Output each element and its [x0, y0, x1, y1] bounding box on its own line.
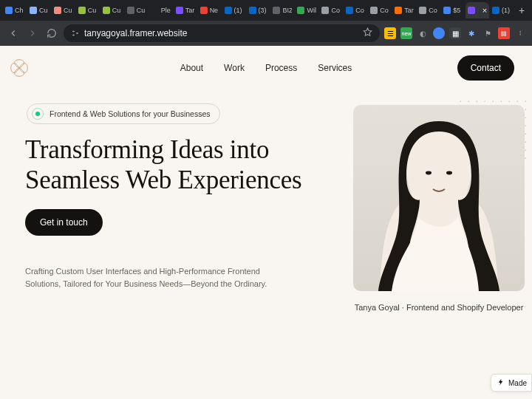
tab-label: Ne: [210, 7, 219, 14]
ext-icon[interactable]: ▤: [498, 27, 510, 39]
badge-text: Frontend & Web Solutions for your Busine…: [50, 109, 211, 118]
browser-tab[interactable]: Co: [344, 2, 367, 18]
browser-tab[interactable]: BIZ: [270, 2, 294, 18]
svg-point-3: [426, 171, 432, 175]
browser-tab[interactable]: Cu: [100, 2, 124, 18]
close-icon[interactable]: ×: [482, 6, 487, 15]
favicon-icon: [370, 7, 378, 14]
tab-label: Co: [355, 7, 365, 14]
tab-label: BIZ: [282, 7, 292, 14]
browser-tab[interactable]: (3): [247, 2, 270, 18]
browser-tab-strip: ChCuCuCuCuCuPleTarNe(1)(3)BIZWilCoCoCoTa…: [0, 0, 532, 21]
tab-label: Ple: [161, 7, 171, 14]
browser-tab[interactable]: Co: [417, 2, 440, 18]
ext-icon[interactable]: ✱: [466, 27, 477, 39]
ext-icon[interactable]: ◐: [417, 27, 429, 39]
nav-services[interactable]: Services: [318, 63, 352, 73]
made-with-badge[interactable]: Made: [491, 374, 532, 392]
portrait-image: [353, 105, 525, 291]
favicon-icon: [419, 7, 426, 14]
ext-icon[interactable]: ⚑: [482, 27, 494, 39]
extension-icons: ☰ new ◐ ▦ ✱ ⚑ ▤ ፧: [384, 27, 526, 39]
favicon-icon: [468, 7, 475, 14]
browser-tab[interactable]: Cu: [76, 2, 100, 18]
contact-button-label: Contact: [471, 63, 501, 73]
site-header: About Work Process Services Contact: [0, 46, 532, 90]
browser-tab[interactable]: Co: [319, 2, 343, 18]
favicon-icon: [297, 7, 304, 14]
ext-icon[interactable]: [433, 27, 445, 39]
browser-tab[interactable]: Wil: [295, 2, 318, 18]
favicon-icon: [54, 7, 61, 14]
tab-label: (1): [502, 7, 511, 14]
favicon-icon: [249, 7, 256, 14]
favicon-icon: [127, 7, 134, 14]
browser-tab[interactable]: Cu: [27, 2, 51, 18]
back-icon[interactable]: [6, 26, 21, 41]
hero-section: Frontend & Web Solutions for your Busine…: [0, 90, 532, 312]
favicon-icon: [151, 7, 159, 14]
browser-tab[interactable]: (1): [222, 2, 246, 18]
browser-tab[interactable]: ×: [466, 2, 489, 18]
browser-tab[interactable]: Tar: [392, 2, 416, 18]
forward-icon[interactable]: [25, 26, 40, 41]
tab-label: Cu: [39, 7, 49, 14]
ext-icon[interactable]: ፧: [514, 27, 526, 39]
favicon-icon: [492, 7, 499, 14]
get-in-touch-button[interactable]: Get in touch: [25, 209, 103, 236]
tab-label: Co: [380, 7, 389, 14]
nav-process[interactable]: Process: [265, 63, 297, 73]
hero-headline: Transforming Ideas into Seamless Web Exp…: [25, 134, 338, 196]
ext-icon[interactable]: ☰: [384, 27, 396, 39]
browser-tab[interactable]: Cu: [125, 2, 149, 18]
tab-label: Co: [429, 7, 438, 14]
nav-about[interactable]: About: [180, 63, 203, 73]
browser-toolbar: tanyagoyal.framer.website ☰ new ◐ ▦ ✱ ⚑ …: [0, 21, 532, 46]
ext-icon[interactable]: new: [400, 27, 412, 39]
browser-tab[interactable]: $5: [441, 2, 465, 18]
favicon-icon: [225, 7, 232, 14]
browser-tab[interactable]: (1): [490, 2, 514, 18]
svg-point-4: [446, 171, 452, 175]
tab-label: Ch: [15, 7, 24, 14]
made-label: Made: [508, 379, 527, 387]
tab-label: $5: [453, 7, 463, 14]
browser-tab[interactable]: Cu: [52, 2, 75, 18]
favicon-icon: [176, 7, 183, 14]
browser-tab[interactable]: Co: [368, 2, 392, 18]
favicon-icon: [200, 7, 208, 14]
browser-tab[interactable]: Ch: [3, 2, 27, 18]
tab-label: Cu: [112, 7, 122, 14]
status-dot-icon: [32, 108, 44, 120]
favicon-icon: [346, 7, 353, 14]
favicon-icon: [273, 7, 280, 14]
contact-button[interactable]: Contact: [457, 55, 514, 81]
tab-label: Tar: [404, 7, 414, 14]
new-tab-button[interactable]: +: [514, 3, 529, 18]
browser-tab[interactable]: Ne: [198, 2, 222, 18]
tab-label: (1): [234, 7, 244, 14]
favicon-icon: [321, 7, 329, 14]
hero-left: Frontend & Web Solutions for your Busine…: [25, 103, 338, 312]
ext-icon[interactable]: ▦: [449, 27, 461, 39]
favicon-icon: [5, 7, 13, 14]
tab-label: Cu: [64, 7, 73, 14]
browser-tab[interactable]: Tar: [174, 2, 197, 18]
tab-label: Co: [331, 7, 341, 14]
star-icon[interactable]: [363, 27, 372, 39]
browser-tab[interactable]: Ple: [149, 2, 173, 18]
tab-label: Wil: [307, 7, 316, 14]
tab-label: Cu: [88, 7, 98, 14]
tab-label: Tar: [185, 7, 195, 14]
site-settings-icon[interactable]: [71, 29, 80, 38]
hero-right: Tanya Goyal · Frontend and Shopify Devel…: [353, 103, 532, 312]
address-bar[interactable]: tanyagoyal.framer.website: [64, 24, 380, 42]
nav-work[interactable]: Work: [224, 63, 245, 73]
reload-icon[interactable]: [44, 26, 59, 41]
favicon-icon: [443, 7, 451, 14]
cta-label: Get in touch: [40, 217, 88, 228]
portrait-caption: Tanya Goyal · Frontend and Shopify Devel…: [353, 303, 525, 312]
site-logo[interactable]: [9, 58, 30, 78]
favicon-icon: [78, 7, 86, 14]
favicon-icon: [395, 7, 402, 14]
